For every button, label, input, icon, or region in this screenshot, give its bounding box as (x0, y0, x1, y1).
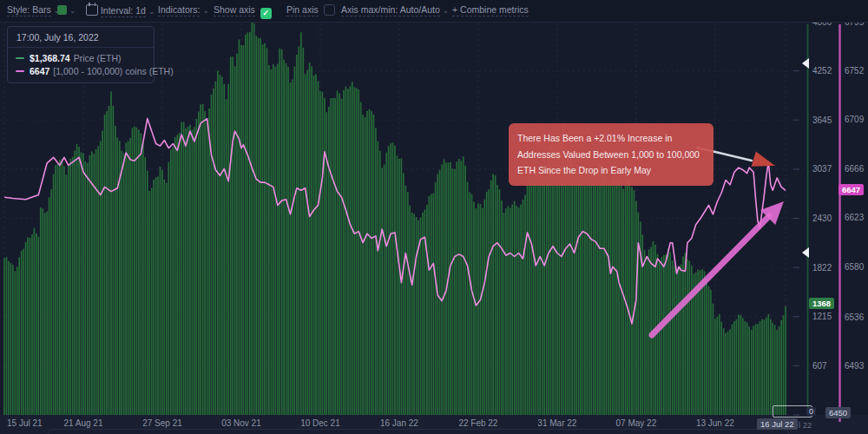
date-axis-label: 22 Feb 22 (458, 418, 497, 428)
checkbox-unchecked-icon[interactable] (324, 4, 335, 16)
combine-metrics-button[interactable]: + Combine metrics (452, 4, 529, 15)
price-axis-label: 4252 (812, 66, 832, 76)
price-axis-label: 607 (812, 361, 827, 371)
zero-tick-chip: 0 (806, 407, 816, 416)
metric-color-dropdown[interactable]: ⌄ (57, 4, 76, 15)
chevron-down-icon: ⌄ (443, 6, 450, 15)
chevron-down-icon: ⌄ (69, 6, 76, 15)
pin-axis-label: Pin axis (286, 4, 319, 16)
addresses-last-badge: 6647 (838, 184, 864, 195)
metric-color-swatch (57, 5, 67, 15)
toolbar: Style: Bars⌄ ⌄ Interval: 1d⌄ Indicators:… (0, 0, 868, 23)
date-axis-label: 31 Mar 22 (537, 418, 576, 428)
addresses-axis-label: 6536 (845, 312, 865, 322)
addresses-axis-label: 6623 (845, 213, 865, 222)
chart-area: 4860425236453037243018221215607679567526… (0, 22, 868, 434)
axis-maxmin-label: Axis max/min: Auto/Auto (341, 4, 440, 16)
chevron-down-icon: ⌄ (148, 7, 155, 16)
addresses-axis-label: 6666 (845, 164, 865, 174)
series-dash-icon (16, 70, 24, 72)
addresses-axis-label: 6709 (845, 115, 865, 124)
chevron-down-icon: ⌄ (202, 6, 209, 15)
date-axis-label: 16 Jan 22 (380, 418, 418, 428)
tooltip-row-price: $1,368.74 Price (ETH) (16, 53, 146, 63)
tooltip-row-addresses: 6647 [1,000 - 100,000) coins (ETH) (16, 66, 146, 76)
style-dropdown[interactable]: Style: Bars⌄ (7, 4, 60, 15)
combine-metrics-label: + Combine metrics (452, 4, 529, 16)
tooltip-price-label: Price (ETH) (74, 53, 122, 63)
show-axis-label: Show axis (214, 4, 255, 16)
addresses-axis-label: 6580 (845, 262, 865, 272)
date-axis-label: 27 Sep 21 (142, 418, 182, 428)
date-axis-label: 15 Jul 21 (7, 418, 43, 428)
addresses-axis-label: 6493 (845, 361, 865, 371)
tooltip-addresses-label: [1,000 - 100,000) coins (ETH) (53, 66, 173, 76)
series-dash-icon (16, 57, 24, 59)
date-axis-label: 10 Dec 21 (300, 418, 340, 428)
annotation-box: There Has Been a +2.01% Increase in Addr… (509, 123, 713, 186)
date-axis-label: 13 Jun 22 (696, 418, 734, 428)
chart-canvas[interactable]: 4860425236453037243018221215607679567526… (0, 22, 868, 434)
price-axis-label: 3645 (812, 115, 832, 125)
price-axis-label: 2430 (812, 214, 832, 223)
interval-dropdown[interactable]: Interval: 1d⌄ (86, 4, 155, 16)
addresses-axis-label: 6752 (845, 66, 865, 76)
pin-axis-toggle[interactable]: Pin axis (286, 4, 335, 16)
axis-maxmin-dropdown[interactable]: Axis max/min: Auto/Auto⌄ (341, 4, 449, 15)
tooltip-timestamp: 17:00, July 16, 2022 (8, 27, 154, 48)
tooltip-addresses-value: 6647 (30, 66, 49, 76)
checkbox-checked-icon[interactable]: ✓ (260, 8, 272, 19)
clipped-date-label: l 22 (799, 420, 812, 430)
price-axis-label: 3037 (812, 164, 832, 174)
tooltip-price-value: $1,368.74 (30, 53, 70, 63)
current-date-badge: 16 Jul 22 (757, 418, 798, 430)
price-axis-label: 1822 (812, 263, 832, 273)
hover-tooltip: 17:00, July 16, 2022 $1,368.74 Price (ET… (7, 26, 155, 83)
show-axis-toggle[interactable]: Show axis✓ (214, 4, 272, 19)
interval-label: Interval: 1d (101, 5, 146, 17)
chart-app: Style: Bars⌄ ⌄ Interval: 1d⌄ Indicators:… (0, 0, 868, 434)
date-axis-label: 21 Aug 21 (63, 418, 102, 428)
price-axis-label: 1215 (812, 312, 832, 321)
time-brush-bar[interactable] (48, 429, 789, 434)
date-axis-label: 07 May 22 (616, 418, 657, 428)
style-label: Style: Bars (7, 4, 51, 16)
indicators-label: Indicators: (158, 4, 200, 16)
axis-bottom-badge: 6450 (825, 407, 851, 418)
date-axis-label: 03 Nov 21 (221, 418, 261, 428)
price-last-badge: 1368 (809, 298, 834, 309)
interval-icon (86, 4, 98, 16)
indicators-dropdown[interactable]: Indicators:⌄ (158, 4, 209, 15)
